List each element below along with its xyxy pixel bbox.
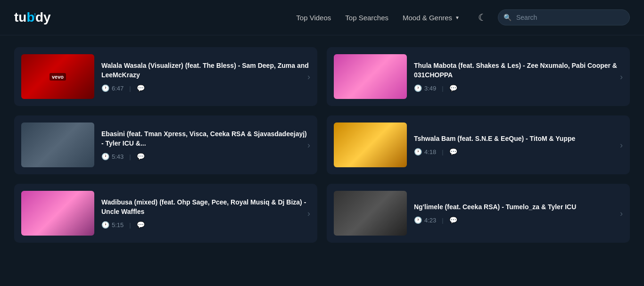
video-info: Thula Mabota (feat. Shakes & Les) - Zee … [414,61,623,92]
meta-separator: | [442,148,443,155]
video-duration: 🕐 6:47 [101,84,124,92]
video-thumbnail [21,123,94,167]
nav-top-searches[interactable]: Top Searches [345,14,388,22]
logo[interactable]: tub!dy [14,10,51,25]
clock-icon: 🕐 [101,84,109,92]
video-duration: 🕐 4:23 [414,216,436,224]
video-title: Wadibusa (mixed) (feat. Ohp Sage, Pcee, … [101,198,310,216]
video-info: Tshwala Bam (feat. S.N.E & EeQue) - Tito… [414,134,623,156]
video-card[interactable]: Ebasini (feat. Tman Xpress, Visca, Ceeka… [14,115,317,174]
video-card[interactable]: Ng'limele (feat. Ceeka RSA) - Tumelo_za … [327,184,630,243]
meta-separator: | [129,221,131,229]
clock-icon: 🕐 [101,221,109,229]
video-info: Ebasini (feat. Tman Xpress, Visca, Ceeka… [101,130,310,160]
whatsapp-icon[interactable]: 💬 [449,84,457,92]
video-card[interactable]: vevo Walala Wasala (Visualizer) (feat. T… [14,47,317,106]
meta-separator: | [129,153,131,160]
video-info: Ng'limele (feat. Ceeka RSA) - Tumelo_za … [414,203,623,224]
clock-icon: 🕐 [414,216,422,224]
video-thumbnail: vevo [21,54,94,99]
video-card[interactable]: Wadibusa (mixed) (feat. Ohp Sage, Pcee, … [14,184,317,243]
clock-icon: 🕐 [414,148,422,155]
search-container: 🔍 [498,9,630,25]
video-duration: 🕐 5:15 [101,221,124,229]
video-title: Ebasini (feat. Tman Xpress, Visca, Ceeka… [101,130,310,148]
video-thumbnail [334,191,407,236]
vevo-badge: vevo [50,73,66,81]
video-title: Walala Wasala (Visualizer) (feat. The Bl… [101,61,310,80]
dark-mode-toggle[interactable]: ☾ [474,9,491,26]
video-card[interactable]: Tshwala Bam (feat. S.N.E & EeQue) - Tito… [327,115,630,174]
video-info: Walala Wasala (Visualizer) (feat. The Bl… [101,61,310,92]
whatsapp-icon[interactable]: 💬 [449,148,457,155]
meta-separator: | [442,217,443,224]
video-info: Wadibusa (mixed) (feat. Ohp Sage, Pcee, … [101,198,310,229]
video-duration: 🕐 5:43 [101,153,124,160]
chevron-right-icon: › [620,72,623,82]
video-thumbnail [334,123,407,167]
whatsapp-icon[interactable]: 💬 [137,221,145,229]
chevron-right-icon: › [620,140,623,150]
chevron-down-icon: ▼ [455,15,460,20]
video-meta: 🕐 5:15 | 💬 [101,221,310,229]
video-title: Ng'limele (feat. Ceeka RSA) - Tumelo_za … [414,203,623,212]
video-meta: 🕐 4:18 | 💬 [414,148,623,155]
whatsapp-icon[interactable]: 💬 [449,216,457,224]
nav-mood-genres[interactable]: Mood & Genres ▼ [403,14,460,22]
clock-icon: 🕐 [101,153,109,160]
whatsapp-icon[interactable]: 💬 [137,84,145,92]
video-title: Tshwala Bam (feat. S.N.E & EeQue) - Tito… [414,134,623,144]
video-thumbnail [21,191,94,236]
video-card[interactable]: Thula Mabota (feat. Shakes & Les) - Zee … [327,47,630,106]
clock-icon: 🕐 [414,84,422,92]
nav-top-videos[interactable]: Top Videos [296,14,331,22]
video-grid: vevo Walala Wasala (Visualizer) (feat. T… [14,47,630,243]
video-duration: 🕐 3:49 [414,84,436,92]
chevron-right-icon: › [307,72,310,82]
video-meta: 🕐 3:49 | 💬 [414,84,623,92]
video-duration: 🕐 4:18 [414,148,436,155]
meta-separator: | [442,85,443,92]
video-meta: 🕐 6:47 | 💬 [101,84,310,92]
chevron-right-icon: › [307,140,310,150]
video-meta: 🕐 5:43 | 💬 [101,153,310,160]
whatsapp-icon[interactable]: 💬 [137,153,145,160]
main-nav: Top Videos Top Searches Mood & Genres ▼ [296,14,460,22]
video-meta: 🕐 4:23 | 💬 [414,216,623,224]
chevron-right-icon: › [620,208,623,218]
search-input[interactable] [498,9,630,25]
video-title: Thula Mabota (feat. Shakes & Les) - Zee … [414,61,623,80]
chevron-right-icon: › [307,208,310,218]
meta-separator: | [129,85,131,92]
video-thumbnail [334,54,407,99]
